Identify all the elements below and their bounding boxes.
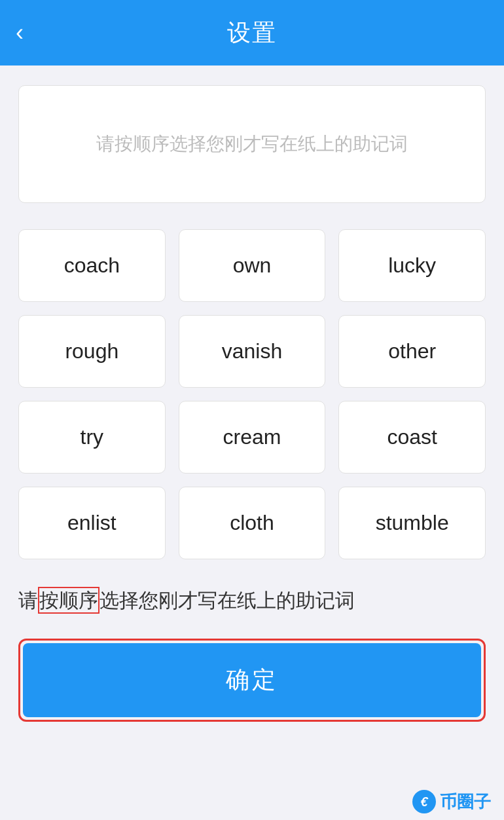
- page-title: 设置: [227, 17, 277, 49]
- watermark-text: 币圈子: [440, 791, 491, 813]
- word-button-try[interactable]: try: [18, 401, 166, 474]
- instruction-after: 选择您刚才写在纸上的助记词: [99, 589, 355, 611]
- selected-words-box: 请按顺序选择您刚才写在纸上的助记词: [18, 85, 486, 203]
- instruction-text: 请按顺序选择您刚才写在纸上的助记词: [18, 586, 486, 615]
- word-button-lucky[interactable]: lucky: [338, 229, 486, 302]
- word-button-stumble[interactable]: stumble: [338, 487, 486, 559]
- word-button-own[interactable]: own: [179, 229, 326, 302]
- word-button-other[interactable]: other: [338, 315, 486, 388]
- word-grid: coach own lucky rough vanish other try c…: [18, 229, 486, 559]
- word-button-vanish[interactable]: vanish: [179, 315, 326, 388]
- word-button-cream[interactable]: cream: [179, 401, 326, 474]
- selected-placeholder-text: 请按顺序选择您刚才写在纸上的助记词: [96, 130, 408, 159]
- confirm-button[interactable]: 确定: [23, 643, 481, 717]
- instruction-before: 请: [18, 589, 38, 611]
- watermark-logo: €: [412, 790, 436, 813]
- back-button[interactable]: ‹: [16, 21, 24, 45]
- watermark: € 币圈子: [412, 790, 491, 813]
- word-button-rough[interactable]: rough: [18, 315, 166, 388]
- confirm-button-wrapper: 确定: [18, 639, 486, 722]
- word-button-enlist[interactable]: enlist: [18, 487, 166, 559]
- instruction-highlight: 按顺序: [38, 587, 99, 614]
- word-button-coast[interactable]: coast: [338, 401, 486, 474]
- word-button-coach[interactable]: coach: [18, 229, 166, 302]
- word-button-cloth[interactable]: cloth: [179, 487, 326, 559]
- main-content: 请按顺序选择您刚才写在纸上的助记词 coach own lucky rough …: [0, 65, 504, 741]
- header: ‹ 设置: [0, 0, 504, 65]
